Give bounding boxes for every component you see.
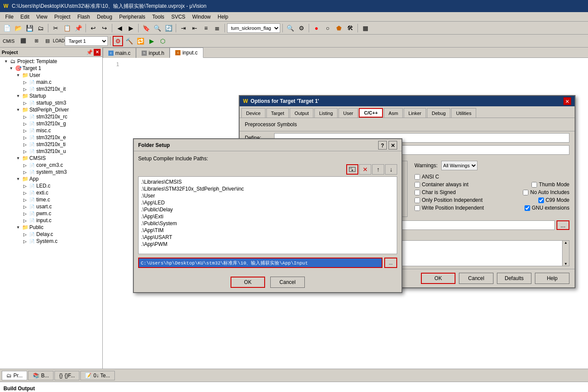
write-pos-check[interactable] — [414, 205, 420, 211]
folder-dialog-close-btn[interactable]: ✕ — [389, 141, 397, 150]
folder-cancel-btn[interactable]: Cancel — [270, 277, 305, 288]
expand-startup[interactable]: ▼ — [15, 94, 22, 98]
outdent-btn[interactable]: ⇤ — [190, 23, 200, 33]
options-ok-btn[interactable]: OK — [421, 273, 455, 284]
options-btn[interactable]: ⚙ — [113, 36, 123, 46]
warnings-select[interactable]: All Warnings — [441, 161, 477, 170]
include-item-2[interactable]: .\User — [140, 192, 395, 199]
folder-dialog-help-btn[interactable]: ? — [378, 141, 387, 150]
menu-svcs[interactable]: SVCS — [168, 13, 189, 21]
expand-cmsis[interactable]: ▼ — [15, 156, 22, 160]
menu-peripherals[interactable]: Peripherals — [116, 13, 149, 21]
nav-back-btn[interactable]: ◀ — [114, 23, 125, 33]
debug-btn[interactable]: ⬟ — [334, 23, 344, 33]
tree-stm32-g[interactable]: ▷ 📄 stm32f10x_g — [1, 120, 101, 127]
open-btn[interactable]: 📂 — [13, 23, 23, 33]
misc-scrollbar[interactable]: ▲ ▼ — [562, 241, 569, 266]
paste-btn[interactable]: 📌 — [73, 23, 83, 33]
tree-user-folder[interactable]: ▼ 📁 User — [1, 72, 101, 79]
copy-btn[interactable]: 📋 — [62, 23, 72, 33]
t2-btn4[interactable]: ▤ — [42, 36, 53, 46]
include-browse-btn[interactable]: ... — [384, 258, 397, 268]
include-item-0[interactable]: .\Libraries\CMSIS — [140, 178, 395, 185]
t2-build-btn[interactable]: 🔨 — [124, 36, 134, 46]
include-item-9[interactable]: .\App\PWM — [140, 241, 395, 248]
menu-help[interactable]: Help — [214, 13, 232, 21]
no-auto-check[interactable] — [523, 190, 528, 195]
t2-btn1[interactable]: CMIS — [2, 36, 16, 46]
options-tab-output[interactable]: Output — [290, 108, 313, 118]
debug-run-btn[interactable]: 🛠 — [345, 23, 355, 33]
ansi-check[interactable] — [414, 174, 420, 180]
tree-time[interactable]: ▷ 📄 time.c — [1, 196, 101, 203]
project-panel-close[interactable]: ✕ — [94, 49, 101, 56]
folder-ok-btn[interactable]: OK — [231, 277, 265, 288]
tree-pwm[interactable]: ▷ 📄 pwm.c — [1, 210, 101, 217]
container-int-check[interactable] — [414, 182, 420, 188]
tree-exti[interactable]: ▷ 📄 exti.c — [1, 189, 101, 196]
search-btn[interactable]: 🔍 — [285, 23, 295, 33]
include-item-8[interactable]: .\App\USART — [140, 234, 395, 241]
undo-btn[interactable]: ↩ — [88, 23, 98, 33]
tree-led[interactable]: ▷ 📄 LED.c — [1, 182, 101, 189]
t2-rebuild-btn[interactable]: 🔁 — [135, 36, 145, 46]
tree-system[interactable]: ▷ 📄 System.c — [1, 238, 101, 245]
project-tree[interactable]: ▼ 🗂 Project: Template ▼ 🎯 Target 1 ▼ 📁 U… — [0, 57, 102, 369]
build-stop-btn[interactable]: ● — [311, 23, 322, 33]
options-tab-user[interactable]: User — [338, 108, 358, 118]
include-paths-browse-btn[interactable]: ... — [556, 220, 569, 230]
tab-main-c[interactable]: c main.c — [103, 48, 136, 58]
tree-delay[interactable]: ▷ 📄 Delay.c — [1, 231, 101, 238]
expand-stm32-it[interactable]: ▷ — [22, 87, 28, 92]
menu-tools[interactable]: Tools — [149, 13, 168, 21]
bottom-tab-templates[interactable]: 📝 0↓ Te... — [80, 371, 114, 380]
function-dropdown[interactable]: turn_sickroom_flag — [227, 23, 280, 33]
options-cancel-btn[interactable]: Cancel — [459, 273, 493, 284]
char-signed-check[interactable] — [414, 190, 420, 195]
cut-btn[interactable]: ✂ — [51, 23, 61, 33]
include-new-btn[interactable] — [346, 164, 358, 175]
include-item-5[interactable]: .\App\Exti — [140, 213, 395, 220]
tree-startup-stm[interactable]: ▷ 📄 startup_stm3 — [1, 99, 101, 106]
find-btn[interactable]: 🔍 — [152, 23, 162, 33]
build-run-btn[interactable]: ○ — [322, 23, 333, 33]
tree-stm32-it[interactable]: ▷ 📄 stm32f10x_it — [1, 86, 101, 92]
bottom-tab-project[interactable]: 🗂 Pr... — [2, 371, 27, 380]
tree-startup-folder[interactable]: ▼ 📁 Startup — [1, 92, 101, 99]
expand-stdperiph[interactable]: ▼ — [15, 108, 22, 112]
save-btn[interactable]: 💾 — [24, 23, 35, 33]
options-tab-debug[interactable]: Debug — [427, 108, 450, 118]
menu-file[interactable]: File — [2, 13, 17, 21]
options-defaults-btn[interactable]: Defaults — [497, 273, 531, 284]
include-item-4[interactable]: .\Public\Delay — [140, 206, 395, 213]
pos-indep-check[interactable] — [414, 198, 420, 203]
options-tab-listing[interactable]: Listing — [314, 108, 338, 118]
save-all-btn[interactable]: 🗂 — [35, 23, 46, 33]
t2-btn3[interactable]: ⊞ — [31, 36, 41, 46]
options-close-btn[interactable]: ✕ — [563, 97, 571, 105]
tree-system-stm[interactable]: ▷ 📄 system_stm3 — [1, 169, 101, 175]
tree-input[interactable]: ▷ 📄 input.c — [1, 217, 101, 224]
expand-root[interactable]: ▼ — [3, 59, 9, 64]
view-btn[interactable]: ▦ — [360, 23, 370, 33]
pin-icon[interactable]: 📌 — [86, 49, 93, 56]
align-btn[interactable]: ≡ — [201, 23, 211, 33]
tree-core-cm3[interactable]: ▷ 📄 core_cm3.c — [1, 162, 101, 169]
tree-target1[interactable]: ▼ 🎯 Target 1 — [1, 65, 101, 72]
expand-target1[interactable]: ▼ — [8, 66, 15, 70]
include-del-btn[interactable]: ✕ — [359, 164, 371, 175]
tree-misc[interactable]: ▷ 📄 misc.c — [1, 127, 101, 134]
bottom-tab-books[interactable]: 📚 B... — [28, 371, 54, 380]
expand-startup-stm[interactable]: ▷ — [22, 101, 28, 105]
align2-btn[interactable]: ≣ — [212, 23, 222, 33]
tree-public-folder[interactable]: ▼ 📁 Public — [1, 224, 101, 231]
tree-stm32-rc[interactable]: ▷ 📄 stm32f10x_rc — [1, 113, 101, 120]
tree-usart[interactable]: ▷ 📄 usart.c — [1, 203, 101, 210]
tab-input-c[interactable]: c input.c — [170, 48, 203, 58]
option-btn[interactable]: ⚙ — [296, 23, 307, 33]
scroll-up-icon[interactable]: ▲ — [564, 241, 568, 245]
menu-window[interactable]: Window — [189, 13, 214, 21]
options-tab-utilities[interactable]: Utilities — [451, 108, 476, 118]
expand-main-c[interactable]: ▷ — [22, 80, 28, 85]
tree-stm32-e[interactable]: ▷ 📄 stm32f10x_e — [1, 134, 101, 141]
